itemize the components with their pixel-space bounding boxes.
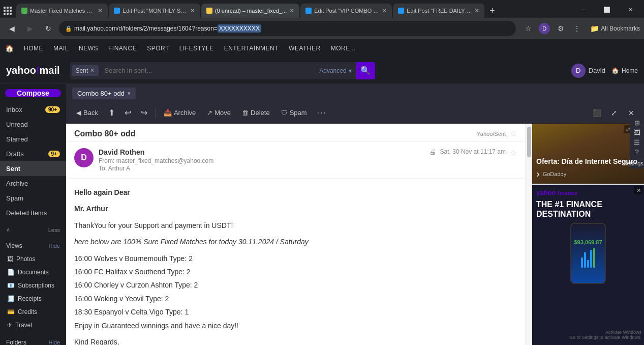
nav-item-finance[interactable]: FINANCE [108,45,137,52]
all-bookmarks-button[interactable]: 📁 All Bookmarks [590,24,640,33]
documents-label: Documents [18,269,49,276]
tab-1[interactable]: Master Fixed Matches – Foo... ✕ [16,4,108,18]
sidebar-item-photos[interactable]: 🖼 Photos [0,252,66,266]
sidebar-item-spam[interactable]: Spam [0,191,66,206]
less-button[interactable]: ∧ Less [0,223,66,236]
nav-item-weather[interactable]: WEATHER [289,45,321,52]
drafts-label: Drafts [6,150,24,158]
minimize-button[interactable]: ─ [572,3,595,16]
inbox-label: Inbox [6,106,22,113]
nav-item-news[interactable]: NEWS [79,45,98,52]
star-bookmark-icon[interactable]: ☆ [521,21,535,36]
tab-2[interactable]: Edit Post "MONTHLY SUBSC... ✕ [109,4,200,18]
sidebar-item-receipts[interactable]: 🧾 Receipts [0,292,66,305]
ad-1-provider: GoDaddy [543,171,566,177]
settings-icon-2[interactable]: 🖼 [634,129,640,136]
move-button[interactable]: ↗ Move [202,106,236,119]
forward-nav-button[interactable]: ▶ [22,21,38,36]
browser-tab-bar: Master Fixed Matches – Foo... ✕ Edit Pos… [0,0,644,18]
home-button[interactable]: 🏠 Home [611,67,638,74]
back-button[interactable]: ◀ Back [71,106,103,120]
tab-5[interactable]: Edit Post "FREE DAILY PRED... ✕ [393,4,484,18]
folders-section: Folders Hide [0,336,66,345]
sidebar-item-unread[interactable]: Unread [0,117,66,132]
drafts-badge: 9+ [48,151,60,157]
star-email-icon[interactable]: ☆ [510,129,517,138]
views-hide-button[interactable]: Hide [48,243,60,249]
home-nav-icon[interactable]: 🏠 [5,44,14,52]
delete-button[interactable]: 🗑 Delete [237,106,275,119]
more-options-icon[interactable]: ⋮ [570,21,584,36]
toolbar-divider [155,108,156,118]
window-resize-icon[interactable]: ⬛ [589,105,604,121]
close-button[interactable]: ✕ [619,3,642,16]
tab-1-close[interactable]: ✕ [98,7,103,14]
nav-item-lifestyle[interactable]: LIFESTYLE [179,45,214,52]
nav-item-mail[interactable]: MAIL [53,45,69,52]
sidebar-item-documents[interactable]: 📄 Documents [0,266,66,279]
tab-2-label: Edit Post "MONTHLY SUBSC... [122,8,188,14]
sidebar-item-deleted[interactable]: Deleted Items [0,206,66,220]
search-sent-tag[interactable]: Sent ✕ [72,65,99,76]
address-input[interactable]: 🔒 mail.yahoo.com/d/folders/2/messages/16… [59,21,516,36]
content-area: Combo 80+ odd ▾ ◀ Back ⬆ ↩ ↪ 📥 Archive ↗… [66,84,644,345]
sidebar-item-starred[interactable]: Starred [0,132,66,147]
nav-item-more[interactable]: MORE... [331,45,356,52]
nav-reply-icon[interactable]: ↩ [120,105,136,121]
search-input[interactable] [100,67,315,74]
sidebar-item-travel[interactable]: ✈ Travel [0,319,66,332]
ad-2-close-icon[interactable]: ✕ [634,186,642,194]
ad-2-amount: $93,069.87 [574,239,602,245]
grid-menu-icon[interactable] [2,5,13,16]
tab-3[interactable]: (0 unread) – master_fixed_... ✕ [201,4,299,18]
tab-4[interactable]: Edit Post "VIP COMBO TICK... ✕ [300,4,392,18]
sidebar-item-subscriptions[interactable]: 📧 Subscriptions [0,279,66,292]
tab-4-close[interactable]: ✕ [382,7,387,14]
new-tab-button[interactable]: + [485,6,499,18]
window-expand-icon[interactable]: ⤢ [606,105,622,121]
email-meta: David Rothen From: master_fixed_matches@… [99,148,424,172]
address-bar-row: ◀ ▶ ↻ 🔒 mail.yahoo.com/d/folders/2/messa… [0,18,644,39]
reload-button[interactable]: ↻ [41,21,56,36]
settings-icon-3[interactable]: ☰ [634,138,640,146]
tab-5-close[interactable]: ✕ [474,7,479,14]
user-profile-button[interactable]: D David [571,64,605,78]
sidebar-item-archive[interactable]: Archive [0,176,66,191]
search-tag-close-icon[interactable]: ✕ [90,67,95,74]
ad-1[interactable]: ✕ Oferta: Día de Internet Seguro › GoDad… [532,124,644,184]
tab-3-close[interactable]: ✕ [289,7,294,14]
extension-icon[interactable]: ⚙ [554,21,568,36]
settings-icon-1[interactable]: ⊞ [634,124,640,127]
sidebar-item-inbox[interactable]: Inbox 90+ [0,102,66,117]
back-nav-button[interactable]: ◀ [4,21,19,36]
sidebar-item-sent[interactable]: Sent [0,161,66,176]
sidebar-item-drafts[interactable]: Drafts 9+ [0,147,66,161]
maximize-button[interactable]: ⬜ [595,3,619,16]
more-actions-button[interactable]: ··· [313,106,331,120]
spam-icon: 🛡 [281,109,288,117]
ad-2-title: THE #1 FINANCE DESTINATION [536,199,640,219]
nav-prev-icon[interactable]: ⬆ [104,105,119,121]
archive-button[interactable]: 📥 Archive [159,106,201,119]
nav-item-entertainment[interactable]: ENTERTAINMENT [224,45,279,52]
profile-icon[interactable]: D [537,21,551,36]
compose-button[interactable]: Compose [5,89,61,97]
nav-item-sport[interactable]: SPORT [147,45,169,52]
email-scrollbar[interactable] [525,124,532,345]
spam-button[interactable]: 🛡 Spam [276,106,312,119]
nav-item-home[interactable]: HOME [24,45,43,52]
photos-label: Photos [16,255,35,263]
tab-2-close[interactable]: ✕ [190,7,195,14]
nav-forward-icon[interactable]: ↪ [137,105,152,121]
folder-dropdown[interactable]: Combo 80+ odd ▾ [72,88,136,99]
star-sender-icon[interactable]: ☆ [510,148,517,158]
windows-watermark: Activate Windows Go to Settings to activ… [569,330,641,340]
folders-hide-button[interactable]: Hide [48,339,60,345]
advanced-search-button[interactable]: Advanced ▾ [315,67,355,74]
sidebar-item-credits[interactable]: 💳 Credits [0,305,66,319]
email-main: Combo 80+ odd Yahoo/Sent ☆ D David Rothe… [66,124,525,345]
search-submit-button[interactable]: 🔍 [356,62,375,79]
ad-2[interactable]: ✕ yahoofinance THE #1 FINANCE DESTINATIO… [532,185,644,345]
print-icon[interactable]: 🖨 [430,148,436,156]
settings-icon-4[interactable]: ? [635,148,638,156]
